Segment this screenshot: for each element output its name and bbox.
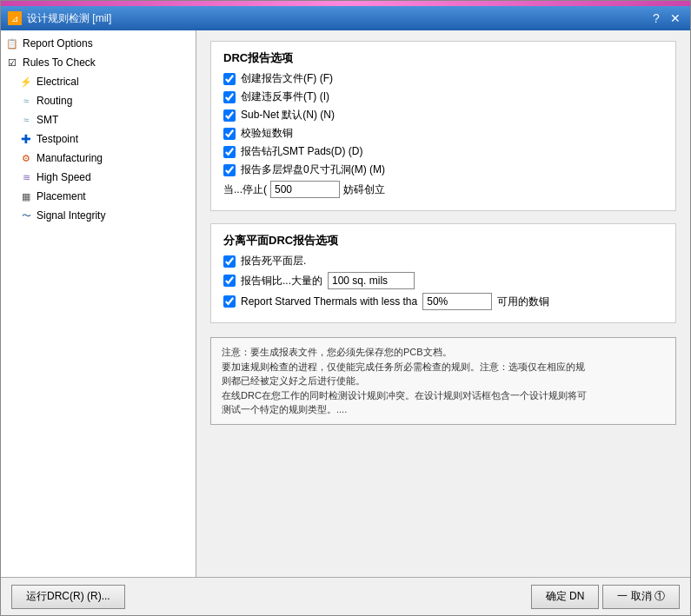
high-speed-icon: ≋ xyxy=(18,169,34,185)
report-copper-label: 报告铜比...大量的 xyxy=(241,274,322,288)
sidebar-label-testpoint: Testpoint xyxy=(37,133,78,145)
starved-thermal-suffix: 可用的数铜 xyxy=(497,295,549,309)
drc-section: DRC报告选项 创建报告文件(F) (F) 创建违反事件(T) (I) Sub-… xyxy=(210,41,676,211)
separate-section: 分离平面DRC报告选项 报告死平面层. 报告铜比...大量的 Report St… xyxy=(210,223,676,323)
close-button[interactable]: ✕ xyxy=(668,10,683,26)
sidebar-item-electrical[interactable]: ⚡ Electrical xyxy=(1,72,196,91)
stopper-suffix: 妨碍创立 xyxy=(343,182,385,197)
starved-thermal-checkbox[interactable] xyxy=(223,295,236,308)
cancel-button[interactable]: 一 取消 ① xyxy=(602,585,680,609)
sidebar-label-manufacturing: Manufacturing xyxy=(37,152,103,164)
checkbox-row-starved-thermal: Report Starved Thermals with less tha 可用… xyxy=(223,293,663,310)
drc-section-title: DRC报告选项 xyxy=(223,50,663,66)
sidebar-item-high-speed[interactable]: ≋ High Speed xyxy=(1,168,196,187)
title-controls: ? ✕ xyxy=(648,10,683,26)
sidebar-item-smt[interactable]: ≈ SMT xyxy=(1,110,196,129)
report-drill-label: 报告钻孔SMT Pads(D) (D) xyxy=(241,144,362,159)
stopper-row: 当...停止( 妨碍创立 xyxy=(223,181,663,198)
sidebar: 📋 Report Options ☑ Rules To Check ⚡ Elec… xyxy=(1,30,196,577)
report-dead-label: 报告死平面层. xyxy=(241,254,306,268)
testpoint-icon: ✚ xyxy=(18,131,34,147)
report-dead-checkbox[interactable] xyxy=(223,255,236,268)
subnet-label: Sub-Net 默认(N) (N) xyxy=(241,108,335,123)
run-drc-button[interactable]: 运行DRC(R) (R)... xyxy=(11,585,125,609)
report-multi-checkbox[interactable] xyxy=(223,164,236,176)
manufacturing-icon: ⚙ xyxy=(18,150,34,166)
electrical-icon: ⚡ xyxy=(18,74,34,89)
note-box: 注意：要生成报表文件，您必须先保存您的PCB文档。 要加速规则检查的进程，仅使能… xyxy=(210,337,676,425)
title-bar: ⊿ 设计规则检测 [mil] ? ✕ xyxy=(1,6,690,30)
sidebar-item-placement[interactable]: ▦ Placement xyxy=(1,187,196,206)
app-icon: ⊿ xyxy=(8,11,22,25)
bottom-bar: 运行DRC(R) (R)... 确定 DN 一 取消 ① xyxy=(1,577,690,615)
checkbox-row-report-dead: 报告死平面层. xyxy=(223,254,663,268)
checkbox-row-report-multi: 报告多层焊盘0尺寸孔洞(M) (M) xyxy=(223,162,663,177)
create-violation-checkbox[interactable] xyxy=(223,91,236,103)
sidebar-label-smt: SMT xyxy=(37,114,58,126)
verify-short-label: 校验短数铜 xyxy=(241,126,293,141)
routing-icon: ≈ xyxy=(18,93,34,109)
signal-integrity-icon: 〜 xyxy=(18,208,34,223)
checkbox-row-create-violation: 创建违反事件(T) (I) xyxy=(223,89,663,104)
placement-icon: ▦ xyxy=(18,189,34,204)
note-line5: 测试一个特定的规则类型。.... xyxy=(222,402,665,417)
create-report-checkbox[interactable] xyxy=(223,73,236,85)
sidebar-item-rules-to-check[interactable]: ☑ Rules To Check xyxy=(1,53,196,72)
note-line4: 在线DRC在您工作的同时检测设计规则冲突。在设计规则对话框包含一个设计规则将可 xyxy=(222,388,665,403)
subnet-checkbox[interactable] xyxy=(223,109,236,122)
ok-button[interactable]: 确定 DN xyxy=(531,585,600,609)
sidebar-item-testpoint[interactable]: ✚ Testpoint xyxy=(1,129,196,149)
content-area: 📋 Report Options ☑ Rules To Check ⚡ Elec… xyxy=(1,30,690,577)
rules-icon: ☑ xyxy=(4,55,20,70)
note-line2: 要加速规则检查的进程，仅使能完成任务所必需检查的规则。注意：选项仅在相应的规 xyxy=(222,360,665,374)
sidebar-label-high-speed: High Speed xyxy=(37,171,91,183)
sidebar-label-signal-integrity: Signal Integrity xyxy=(37,209,105,222)
main-window: ⊿ 设计规则检测 [mil] ? ✕ 📋 Report Options ☑ Ru… xyxy=(0,0,691,616)
checkbox-row-report-copper: 报告铜比...大量的 xyxy=(223,272,663,289)
stopper-input[interactable] xyxy=(270,181,340,198)
sidebar-item-signal-integrity[interactable]: 〜 Signal Integrity xyxy=(1,206,196,225)
note-line3: 则都已经被定义好之后进行使能。 xyxy=(222,374,665,388)
sidebar-label-routing: Routing xyxy=(37,95,72,107)
report-copper-checkbox[interactable] xyxy=(223,275,236,287)
smt-icon: ≈ xyxy=(18,112,34,128)
sidebar-label-rules: Rules To Check xyxy=(23,56,96,69)
starved-thermal-label: Report Starved Thermals with less tha xyxy=(241,295,417,308)
help-button[interactable]: ? xyxy=(648,10,664,26)
report-drill-checkbox[interactable] xyxy=(223,146,236,158)
report-multi-label: 报告多层焊盘0尺寸孔洞(M) (M) xyxy=(241,162,385,177)
dialog-buttons: 确定 DN 一 取消 ① xyxy=(531,585,680,609)
main-panel: DRC报告选项 创建报告文件(F) (F) 创建违反事件(T) (I) Sub-… xyxy=(196,30,690,577)
sidebar-label-electrical: Electrical xyxy=(37,76,79,88)
verify-short-checkbox[interactable] xyxy=(223,128,236,140)
starved-thermal-input[interactable] xyxy=(422,293,492,310)
sidebar-item-report-options[interactable]: 📋 Report Options xyxy=(1,34,196,53)
checkbox-row-subnet: Sub-Net 默认(N) (N) xyxy=(223,108,663,123)
report-options-icon: 📋 xyxy=(4,36,20,51)
sidebar-item-manufacturing[interactable]: ⚙ Manufacturing xyxy=(1,149,196,168)
title-bar-left: ⊿ 设计规则检测 [mil] xyxy=(8,11,111,26)
sidebar-label-placement: Placement xyxy=(37,190,86,202)
stopper-prefix: 当...停止( xyxy=(223,182,267,197)
create-report-label: 创建报告文件(F) (F) xyxy=(241,71,333,86)
separate-section-title: 分离平面DRC报告选项 xyxy=(223,233,663,248)
checkbox-row-report-drill: 报告钻孔SMT Pads(D) (D) xyxy=(223,144,663,159)
copper-value-input[interactable] xyxy=(328,272,415,289)
checkbox-row-verify-short: 校验短数铜 xyxy=(223,126,663,141)
note-line1: 注意：要生成报表文件，您必须先保存您的PCB文档。 xyxy=(222,345,665,360)
sidebar-item-routing[interactable]: ≈ Routing xyxy=(1,91,196,110)
create-violation-label: 创建违反事件(T) (I) xyxy=(241,89,329,104)
window-title: 设计规则检测 [mil] xyxy=(27,11,111,26)
checkbox-row-create-report: 创建报告文件(F) (F) xyxy=(223,71,663,86)
sidebar-label-report-options: Report Options xyxy=(23,37,93,50)
